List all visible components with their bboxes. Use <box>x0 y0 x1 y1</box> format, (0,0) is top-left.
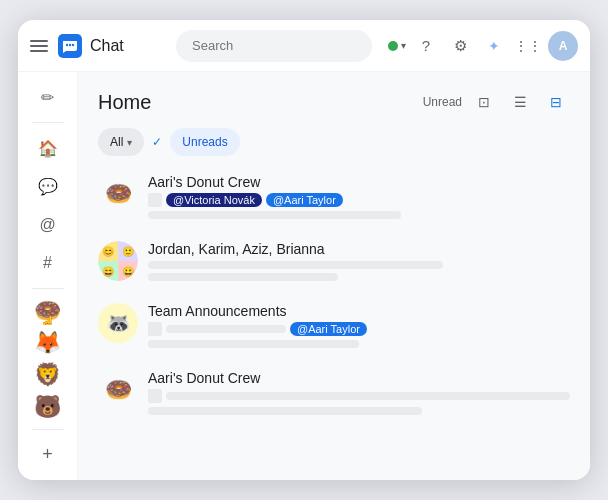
sidebar-mentions-icon[interactable]: @ <box>26 208 70 242</box>
msg-icon-1 <box>148 193 162 207</box>
toggle-view-icon[interactable]: ⊡ <box>470 88 498 116</box>
chat-logo-icon <box>58 34 82 58</box>
status-dot <box>388 41 398 51</box>
status-indicator[interactable]: ▾ <box>388 40 406 51</box>
content-area: Home Unread ⊡ ☰ ⊟ All ▾ ✓ Unreads <box>78 72 590 480</box>
filter-chip-all[interactable]: All ▾ <box>98 128 144 156</box>
svg-point-3 <box>72 43 74 45</box>
settings-icon[interactable]: ⚙ <box>446 32 474 60</box>
sidebar-home-icon[interactable]: 🏠 <box>26 131 70 165</box>
filter-chip-unreads[interactable]: Unreads <box>170 128 239 156</box>
preview-bar-1 <box>148 211 401 219</box>
sidebar-divider-1 <box>32 122 64 123</box>
sidebar-add-icon[interactable]: + <box>26 438 70 472</box>
header-controls: Unread ⊡ ☰ ⊟ <box>423 88 570 116</box>
chat-body-4: Aari's Donut Crew <box>148 370 570 415</box>
filter-icon[interactable]: ⊟ <box>542 88 570 116</box>
list-view-icon[interactable]: ☰ <box>506 88 534 116</box>
chat-preview-1: @Victoria Novák @Aari Taylor <box>148 193 570 207</box>
checkmark-icon: ✓ <box>152 135 162 149</box>
preview-bar-3 <box>148 340 359 348</box>
content-title: Home <box>98 91 151 114</box>
topbar: Chat ▾ ? ⚙ ✦ ⋮⋮ A <box>18 20 590 72</box>
chat-item-3[interactable]: 🦝 Team Announcements @Aari Taylor <box>86 293 582 358</box>
search-container <box>176 30 372 62</box>
sidebar-contact-1[interactable]: 🍩 Aari's Donut Crew ☝ <box>30 297 66 325</box>
sidebar: ✏ 🏠 💬 @ # 🍩 Aari's Donut Crew ☝ 🦊 <box>18 72 78 480</box>
sidebar-contact-3[interactable]: 🦁 <box>30 361 66 389</box>
mention-aari-1: @Aari Taylor <box>266 193 343 207</box>
filter-unreads-label: Unreads <box>182 135 227 149</box>
mention-victoria: @Victoria Novák <box>166 193 262 207</box>
chat-item-2[interactable]: 😊 🙂 😄 😀 Jordan, Karim, Aziz, Brianna <box>86 231 582 291</box>
chat-list: 🍩 Aari's Donut Crew @Victoria Novák @Aar… <box>78 164 590 480</box>
app-title: Chat <box>90 37 124 55</box>
chat-preview-3: @Aari Taylor <box>148 322 570 336</box>
sidebar-divider-2 <box>32 288 64 289</box>
help-icon[interactable]: ? <box>412 32 440 60</box>
svg-point-1 <box>66 43 68 45</box>
topbar-left: Chat <box>30 34 160 58</box>
multi-avatar-2: 😊 🙂 😄 😀 <box>98 241 138 281</box>
msg-icon-4 <box>148 389 162 403</box>
preview-bar-2b <box>148 273 338 281</box>
chat-body-2: Jordan, Karim, Aziz, Brianna <box>148 241 570 281</box>
filter-all-label: All <box>110 135 123 149</box>
filter-bar: All ▾ ✓ Unreads <box>78 124 590 164</box>
chat-name-4: Aari's Donut Crew <box>148 370 570 386</box>
chat-item-4[interactable]: 🍩 Aari's Donut Crew <box>86 360 582 425</box>
sidebar-chat-icon[interactable]: 💬 <box>26 169 70 203</box>
sparkle-icon[interactable]: ✦ <box>480 32 508 60</box>
hamburger-icon[interactable] <box>30 36 50 56</box>
sidebar-compose-icon[interactable]: ✏ <box>26 80 70 114</box>
chat-avatar-1: 🍩 <box>98 174 138 214</box>
preview-bar-2a <box>148 261 443 269</box>
chat-name-2: Jordan, Karim, Aziz, Brianna <box>148 241 570 257</box>
search-input[interactable] <box>176 30 372 62</box>
content-header: Home Unread ⊡ ☰ ⊟ <box>78 72 590 124</box>
status-dropdown-icon: ▾ <box>401 40 406 51</box>
app-window: Chat ▾ ? ⚙ ✦ ⋮⋮ A ✏ 🏠 💬 @ # <box>18 20 590 480</box>
sidebar-contact-4[interactable]: 🐻 <box>30 393 66 421</box>
user-avatar[interactable]: A <box>548 31 578 61</box>
chat-avatar-4: 🍩 <box>98 370 138 410</box>
sidebar-divider-3 <box>32 429 64 430</box>
sidebar-contact-2[interactable]: 🦊 <box>30 329 66 357</box>
preview-bar-4 <box>148 407 422 415</box>
chat-name-3: Team Announcements <box>148 303 570 319</box>
main-area: ✏ 🏠 💬 @ # 🍩 Aari's Donut Crew ☝ 🦊 <box>18 72 590 480</box>
mention-aari-3: @Aari Taylor <box>290 322 367 336</box>
msg-icon-3 <box>148 322 162 336</box>
chat-name-1: Aari's Donut Crew <box>148 174 570 190</box>
apps-icon[interactable]: ⋮⋮ <box>514 32 542 60</box>
chat-item-1[interactable]: 🍩 Aari's Donut Crew @Victoria Novák @Aar… <box>86 164 582 229</box>
chat-avatar-2: 😊 🙂 😄 😀 <box>98 241 138 281</box>
chat-body-1: Aari's Donut Crew @Victoria Novák @Aari … <box>148 174 570 219</box>
sidebar-spaces-icon[interactable]: # <box>26 246 70 280</box>
chat-avatar-3: 🦝 <box>98 303 138 343</box>
chat-body-3: Team Announcements @Aari Taylor <box>148 303 570 348</box>
filter-all-dropdown: ▾ <box>127 137 132 148</box>
chat-preview-4 <box>148 389 570 403</box>
topbar-right: ▾ ? ⚙ ✦ ⋮⋮ A <box>388 31 578 61</box>
unread-label: Unread <box>423 95 462 109</box>
svg-point-2 <box>69 43 71 45</box>
